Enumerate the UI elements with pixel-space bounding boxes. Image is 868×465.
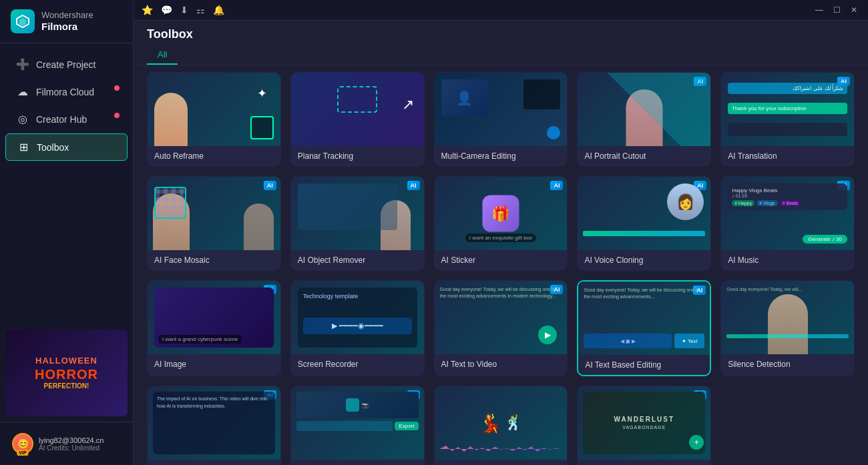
sidebar-item-label: Toolbox (37, 142, 69, 153)
sidebar-banner: HALLOWEEN HORROR PERFECTION! (5, 330, 128, 416)
tool-card-multi-camera[interactable]: 👤 Multi-Camera Editing (434, 72, 568, 167)
tool-label: Instant Mode (578, 460, 710, 465)
page-title-bar: Toolbox (134, 21, 868, 45)
tool-label: AI Object Remover (291, 250, 424, 270)
tool-label: AI Voice Cloning (578, 250, 710, 270)
svg-marker-1 (19, 18, 26, 26)
brand-name: Wondershare (41, 10, 93, 21)
tool-thumb-beatsync: 💃 🕺 (435, 386, 568, 460)
tool-label: Silence Detection (721, 354, 854, 374)
star-icon[interactable]: ⭐ (142, 5, 153, 15)
tool-label: AI Copywriting (148, 460, 280, 465)
grid-icon[interactable]: ⚏ (196, 5, 205, 15)
tool-label: AI Music (721, 250, 854, 270)
logo-area: Wondershare Filmora (0, 0, 133, 43)
tool-card-ai-image[interactable]: AI I want a grand cyberpunk scene AI Ima… (147, 280, 281, 376)
tool-card-auto-reframe[interactable]: ✦ Auto Reframe (147, 72, 281, 167)
tool-thumb-text2video: AI Good day everyone! Today, we will be … (435, 281, 568, 354)
tool-label: AI Image (148, 354, 280, 374)
tool-card-ai-text-based[interactable]: AI Good day everyone! Today, we will be … (577, 280, 711, 376)
notification-dot (114, 113, 120, 118)
banner-line2: HORROR (35, 366, 98, 382)
tool-card-ai-face-mosaic[interactable]: AI AI Face Mosaic (147, 176, 281, 271)
tabs-row: All (134, 45, 868, 65)
tools-grid: ✦ Auto Reframe ↗ Planar Tracking 👤 (147, 72, 855, 465)
ai-badge: AI (550, 181, 563, 190)
notification-dot (114, 85, 120, 91)
banner-line3: PERFECTION! (35, 382, 98, 390)
tool-thumb-portrait: AI (578, 73, 710, 146)
tool-card-ai-text-to-video[interactable]: AI Good day everyone! Today, we will be … (434, 280, 568, 376)
tool-card-ai-translation[interactable]: AI شكراً لك على اشتراكك Thank you for yo… (720, 72, 855, 167)
titlebar-icons: ⭐ 💬 ⬇ ⚏ 🔔 (142, 5, 808, 15)
filmora-cloud-icon: ☁ (16, 85, 29, 98)
bell-icon[interactable]: 🔔 (213, 5, 224, 15)
tool-card-planar-tracking[interactable]: ↗ Planar Tracking (290, 72, 425, 167)
sidebar-item-label: Create Project (36, 59, 95, 70)
tool-thumb-sticker: AI 🎁 I want an exquisite gift box (435, 177, 568, 250)
tool-thumb-instantcutter: AI 📷 Export (291, 386, 424, 460)
tool-thumb-copywriting: AI The impact of AI on business: This vi… (148, 386, 280, 460)
sidebar-item-label: Creator Hub (36, 114, 87, 125)
tool-thumb-aiimage: AI I want a grand cyberpunk scene (148, 281, 280, 354)
tool-card-ai-voice-cloning[interactable]: AI 👩 AI Voice Cloning (577, 176, 711, 271)
nav-items: ➕ Create Project ☁ Filmora Cloud ◎ Creat… (0, 43, 133, 324)
close-button[interactable]: ✕ (848, 4, 860, 16)
tool-thumb-screenrecorder: Technology template ▶ ━━━━◉━━━━ (291, 281, 424, 354)
tool-label: Planar Tracking (291, 146, 424, 166)
sidebar-item-create-project[interactable]: ➕ Create Project (5, 51, 128, 77)
sidebar-item-toolbox[interactable]: ⊞ Toolbox (5, 133, 128, 161)
chat-icon[interactable]: 💬 (161, 5, 172, 15)
avatar: 😊 VIP (12, 433, 33, 454)
tool-thumb-aimusic: AI Happy Vlogs Beats ♪ 01:26 # Happy # V… (721, 177, 854, 250)
tool-thumb-planar: ↗ (291, 73, 424, 146)
tab-all[interactable]: All (147, 45, 178, 65)
tool-card-silence-detection[interactable]: Good day everyone! Today, we will... Sil… (720, 280, 855, 376)
tool-thumb-objectremover: AI (291, 177, 424, 250)
tool-label: Instant Cutter (291, 460, 424, 465)
tool-card-ai-copywriting[interactable]: AI The impact of AI on business: This vi… (147, 386, 281, 465)
tool-card-ai-music[interactable]: AI Happy Vlogs Beats ♪ 01:26 # Happy # V… (720, 176, 855, 271)
download-icon[interactable]: ⬇ (180, 5, 188, 15)
tool-label: Screen Recorder (291, 354, 424, 374)
tool-label: AI Text Based Editing (578, 355, 710, 375)
sidebar-bottom: 😊 VIP lying82@300624.cn AI Credits: Unli… (0, 422, 133, 465)
ai-badge: AI (407, 181, 420, 190)
tool-label: AI Text to Video (435, 354, 568, 374)
tool-card-ai-sticker[interactable]: AI 🎁 I want an exquisite gift box AI Sti… (434, 176, 568, 271)
user-credits: AI Credits: Unlimited (39, 444, 121, 452)
tool-label: Auto Reframe (148, 146, 280, 166)
vip-badge: VIP (17, 450, 28, 456)
tool-thumb-voicecloning: AI 👩 (578, 177, 710, 250)
tool-thumb-translation: AI شكراً لك على اشتراكك Thank you for yo… (721, 73, 854, 146)
tool-card-screen-recorder[interactable]: Technology template ▶ ━━━━◉━━━━ Screen R… (290, 280, 425, 376)
tool-card-ai-object-remover[interactable]: AI AI Object Remover (290, 176, 425, 271)
maximize-button[interactable]: ☐ (831, 4, 843, 16)
tool-label: Auto Beat Sync (435, 460, 568, 465)
tool-thumb-multicam: 👤 (435, 73, 568, 146)
tool-label: AI Portrait Cutout (578, 146, 710, 166)
app-logo (11, 9, 35, 33)
tool-label: AI Sticker (435, 250, 568, 270)
tool-card-instant-cutter[interactable]: AI 📷 Export Instant Cutter (290, 386, 425, 465)
sidebar-item-creator-hub[interactable]: ◎ Creator Hub (5, 106, 128, 132)
titlebar: ⭐ 💬 ⬇ ⚏ 🔔 — ☐ ✕ (134, 0, 868, 21)
toolbox-icon: ⊞ (17, 141, 30, 153)
tools-grid-container[interactable]: ✦ Auto Reframe ↗ Planar Tracking 👤 (134, 65, 868, 465)
tool-label: Multi-Camera Editing (435, 146, 568, 166)
tool-card-auto-beat-sync[interactable]: 💃 🕺 Auto Beat Sync (434, 386, 568, 465)
tool-card-instant-mode[interactable]: AI WANDERLUSTVAGABONDAGE + Instant Mode (577, 386, 711, 465)
tool-label: AI Translation (721, 146, 854, 166)
tool-card-ai-portrait[interactable]: AI AI Portrait Cutout (577, 72, 711, 167)
sidebar: Wondershare Filmora ➕ Create Project ☁ F… (0, 0, 134, 465)
creator-hub-icon: ◎ (16, 113, 29, 125)
tool-thumb-facemosaic: AI (148, 177, 280, 250)
user-area[interactable]: 😊 VIP lying82@300624.cn AI Credits: Unli… (7, 429, 126, 458)
main-content: ⭐ 💬 ⬇ ⚏ 🔔 — ☐ ✕ Toolbox All ✦ Auto Refra… (134, 0, 868, 465)
ai-badge: AI (264, 181, 276, 190)
minimize-button[interactable]: — (813, 4, 825, 16)
create-project-icon: ➕ (16, 58, 29, 71)
tool-thumb-auto-reframe: ✦ (148, 73, 280, 146)
tool-thumb-instantmode: AI WANDERLUSTVAGABONDAGE + (578, 386, 710, 460)
sidebar-item-filmora-cloud[interactable]: ☁ Filmora Cloud (5, 79, 128, 105)
